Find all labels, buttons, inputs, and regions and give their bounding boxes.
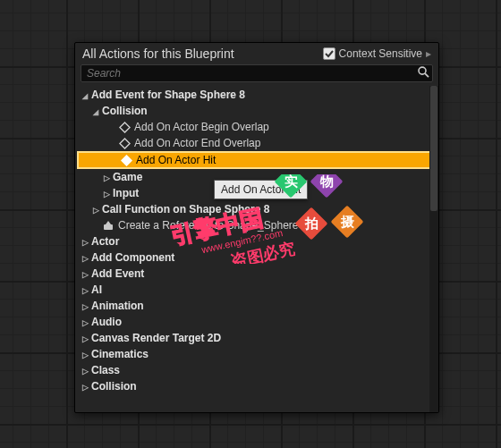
tree-group-call-function[interactable]: Call Function on Shape Sphere 8 [75,201,438,217]
checkbox-checked-icon [323,47,335,60]
expand-arrow-icon [81,334,89,343]
expand-arrow-icon [81,382,89,392]
context-sensitive-label: Context Sensitive [339,47,422,60]
expand-arrow-icon [91,205,100,215]
tree-category-label: Actor [91,235,119,248]
expand-arrow-icon [81,237,89,247]
tree-item-actor-begin-overlap[interactable]: Add On Actor Begin Overlap [75,119,438,135]
expand-arrow-icon [91,106,100,116]
scrollbar[interactable] [429,86,438,412]
tree-group-collision[interactable]: Collision [75,103,438,119]
chevron-right-icon: ▸ [426,47,431,60]
tree-category[interactable]: Collision [75,378,438,394]
context-sensitive-toggle[interactable]: Context Sensitive ▸ [323,47,431,60]
tree-category[interactable]: Cinematics [75,346,438,362]
tree-category-label: Collision [91,380,137,393]
expand-arrow-icon [81,285,89,295]
tree-category[interactable]: AI [75,282,438,298]
tooltip-text: Add On Actor Hit [221,183,301,196]
event-icon [118,121,131,133]
expand-arrow-icon [102,173,111,182]
tree-item-create-reference[interactable]: Create a Reference to Shape_Sphere [75,217,438,233]
tree-category[interactable]: Add Event [75,266,438,282]
search-row [75,63,438,86]
expand-arrow-icon [81,253,89,263]
panel-title: All Actions for this Blueprint [82,46,234,61]
tree-category[interactable]: Actor [75,233,438,249]
expand-arrow-icon [81,317,89,327]
tree-category-label: AI [91,283,102,296]
tree-category-label: Add Event [91,267,144,280]
tree-item-actor-end-overlap[interactable]: Add On Actor End Overlap [75,135,438,151]
tooltip: Add On Actor Hit [214,180,308,199]
scrollbar-thumb[interactable] [430,86,437,211]
tree-category-label: Add Component [91,251,174,264]
tree-category[interactable]: Animation [75,298,438,314]
event-icon [120,154,132,166]
tree-category[interactable]: Add Component [75,249,438,266]
reference-icon [102,219,115,232]
expand-arrow-icon [81,90,89,100]
svg-rect-2 [104,224,113,230]
actions-context-menu: All Actions for this Blueprint Context S… [74,42,439,413]
expand-arrow-icon [102,189,111,199]
action-tree: Add Event for Shape Sphere 8 Collision A… [75,86,438,412]
search-input[interactable] [81,64,433,82]
tree-category-label: Audio [91,316,122,328]
panel-header: All Actions for this Blueprint Context S… [75,43,438,63]
tree-category-label: Cinematics [91,348,149,360]
tree-group-add-event-shape[interactable]: Add Event for Shape Sphere 8 [75,87,438,103]
tree-category-label: Canvas Render Target 2D [91,332,221,344]
tree-category-label: Class [91,364,120,376]
tree-category[interactable]: Canvas Render Target 2D [75,330,438,346]
expand-arrow-icon [81,301,89,311]
expand-arrow-icon [81,350,89,359]
tree-item-actor-hit-selected[interactable]: Add On Actor Hit [77,151,437,169]
expand-arrow-icon [81,366,89,376]
expand-arrow-icon [81,269,89,279]
tree-category[interactable]: Audio [75,314,438,330]
tree-category-label: Animation [91,300,144,312]
event-icon [118,137,131,149]
tree-category[interactable]: Class [75,362,438,378]
